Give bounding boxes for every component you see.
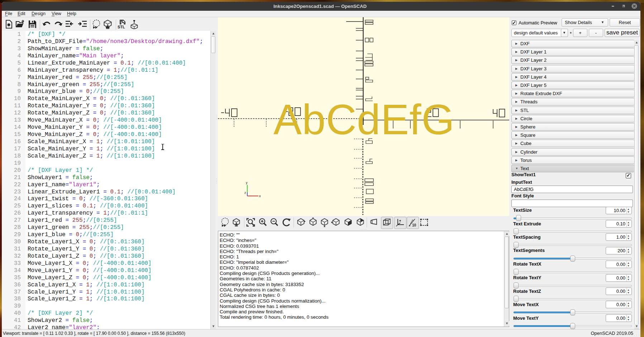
svg-text:AbCdEfG: AbCdEfG [273, 96, 455, 143]
svg-text:z: z [244, 191, 246, 195]
svg-text:y: y [246, 181, 248, 184]
svg-text:STL: STL [118, 25, 125, 29]
svg-text:x: x [259, 194, 261, 198]
svg-text:10: 10 [412, 223, 416, 227]
